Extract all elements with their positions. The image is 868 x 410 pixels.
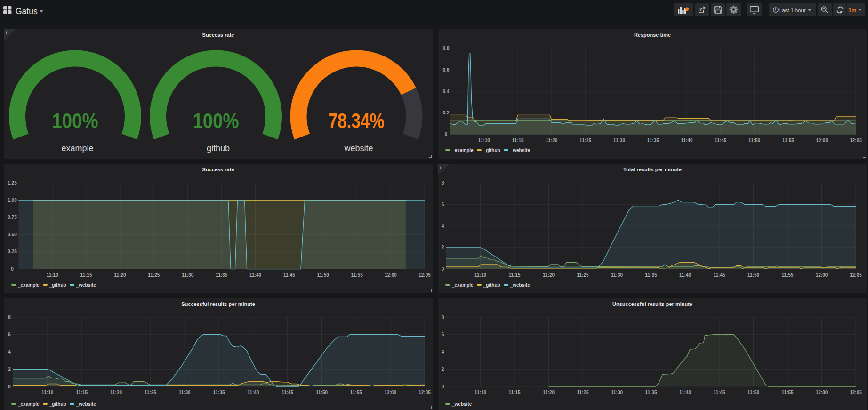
svg-text:11:25: 11:25 <box>577 390 588 395</box>
svg-text:12:05: 12:05 <box>850 273 862 278</box>
svg-text:6: 6 <box>442 202 444 207</box>
svg-text:11:40: 11:40 <box>681 138 693 143</box>
svg-text:_example: _example <box>56 144 93 153</box>
svg-text:11:35: 11:35 <box>216 273 227 278</box>
svg-text:6: 6 <box>442 332 444 337</box>
svg-text:12:00: 12:00 <box>816 273 828 278</box>
svg-text:11:15: 11:15 <box>508 390 520 395</box>
svg-text:0.50: 0.50 <box>8 232 17 237</box>
svg-text:11:30: 11:30 <box>182 273 193 278</box>
svg-text:12:00: 12:00 <box>816 390 828 395</box>
svg-text:11:15: 11:15 <box>512 138 524 143</box>
svg-text:4: 4 <box>8 349 11 354</box>
svg-text:12:05: 12:05 <box>418 273 431 278</box>
svg-text:12:00: 12:00 <box>816 138 828 143</box>
svg-text:11:50: 11:50 <box>747 273 759 278</box>
svg-text:0.6: 0.6 <box>443 67 450 72</box>
svg-text:0: 0 <box>442 266 444 272</box>
svg-text:11:55: 11:55 <box>351 273 363 278</box>
svg-text:12:00: 12:00 <box>385 273 397 278</box>
svg-text:8: 8 <box>442 180 444 185</box>
svg-text:11:35: 11:35 <box>645 273 657 278</box>
svg-text:12:05: 12:05 <box>850 390 862 395</box>
svg-text:11:45: 11:45 <box>283 273 295 278</box>
svg-text:_website: _website <box>339 144 373 153</box>
svg-text:11:10: 11:10 <box>47 273 58 278</box>
svg-text:11:20: 11:20 <box>543 390 555 395</box>
svg-text:0: 0 <box>11 266 14 272</box>
svg-text:11:20: 11:20 <box>546 138 557 143</box>
svg-text:12:05: 12:05 <box>418 390 431 395</box>
svg-text:11:35: 11:35 <box>647 138 659 143</box>
svg-text:78.34%: 78.34% <box>329 109 385 132</box>
svg-text:11:10: 11:10 <box>474 273 486 278</box>
svg-text:0.25: 0.25 <box>8 249 17 254</box>
svg-text:11:55: 11:55 <box>781 273 793 278</box>
svg-text:11:30: 11:30 <box>179 390 191 395</box>
svg-text:1.25: 1.25 <box>8 180 17 185</box>
svg-text:8: 8 <box>442 315 444 320</box>
svg-text:4: 4 <box>442 349 444 354</box>
svg-text:11:50: 11:50 <box>316 390 328 395</box>
svg-text:11:25: 11:25 <box>579 138 591 143</box>
svg-text:8: 8 <box>8 315 11 320</box>
svg-text:11:40: 11:40 <box>249 273 261 278</box>
svg-text:0: 0 <box>442 384 444 389</box>
svg-text:11:15: 11:15 <box>76 390 88 395</box>
svg-text:1.00: 1.00 <box>8 198 17 203</box>
svg-text:0.75: 0.75 <box>8 215 17 220</box>
svg-text:11:45: 11:45 <box>713 273 725 278</box>
svg-text:11:50: 11:50 <box>747 390 759 395</box>
svg-text:11:45: 11:45 <box>713 390 725 395</box>
svg-text:2: 2 <box>442 367 444 372</box>
svg-text:11:50: 11:50 <box>748 138 760 143</box>
svg-text:0.4: 0.4 <box>443 89 450 94</box>
svg-text:11:50: 11:50 <box>317 273 329 278</box>
svg-text:11:10: 11:10 <box>474 390 486 395</box>
svg-text:4: 4 <box>442 224 444 229</box>
svg-text:11:45: 11:45 <box>715 138 726 143</box>
svg-text:_github: _github <box>201 144 230 153</box>
svg-text:11:45: 11:45 <box>281 390 293 395</box>
svg-text:11:55: 11:55 <box>782 138 794 143</box>
svg-text:11:15: 11:15 <box>508 273 520 278</box>
svg-text:11:55: 11:55 <box>350 390 362 395</box>
svg-text:11:25: 11:25 <box>145 390 156 395</box>
svg-text:11:20: 11:20 <box>114 273 126 278</box>
svg-text:11:30: 11:30 <box>613 138 625 143</box>
svg-text:11:40: 11:40 <box>679 273 691 278</box>
svg-text:11:30: 11:30 <box>611 273 623 278</box>
svg-text:12:00: 12:00 <box>384 390 396 395</box>
svg-text:6: 6 <box>8 332 11 337</box>
svg-text:12:05: 12:05 <box>850 138 862 143</box>
svg-text:0.2: 0.2 <box>443 110 450 115</box>
svg-text:11:25: 11:25 <box>577 273 588 278</box>
svg-text:0: 0 <box>445 132 448 137</box>
svg-text:11:20: 11:20 <box>543 273 555 278</box>
svg-text:11:40: 11:40 <box>679 390 691 395</box>
svg-text:11:35: 11:35 <box>645 390 657 395</box>
svg-text:11:20: 11:20 <box>110 390 122 395</box>
svg-text:2: 2 <box>8 367 11 372</box>
svg-text:0.8: 0.8 <box>443 46 450 51</box>
svg-text:11:30: 11:30 <box>611 390 623 395</box>
svg-text:11:40: 11:40 <box>247 390 259 395</box>
svg-text:11:25: 11:25 <box>148 273 160 278</box>
svg-text:11:35: 11:35 <box>213 390 225 395</box>
svg-text:100%: 100% <box>193 109 239 132</box>
svg-text:2: 2 <box>442 245 444 250</box>
svg-text:0: 0 <box>8 384 11 389</box>
svg-text:11:15: 11:15 <box>80 273 92 278</box>
svg-text:100%: 100% <box>52 109 98 132</box>
svg-text:11:55: 11:55 <box>781 390 793 395</box>
svg-text:11:10: 11:10 <box>41 390 53 395</box>
svg-text:11:10: 11:10 <box>478 138 490 143</box>
